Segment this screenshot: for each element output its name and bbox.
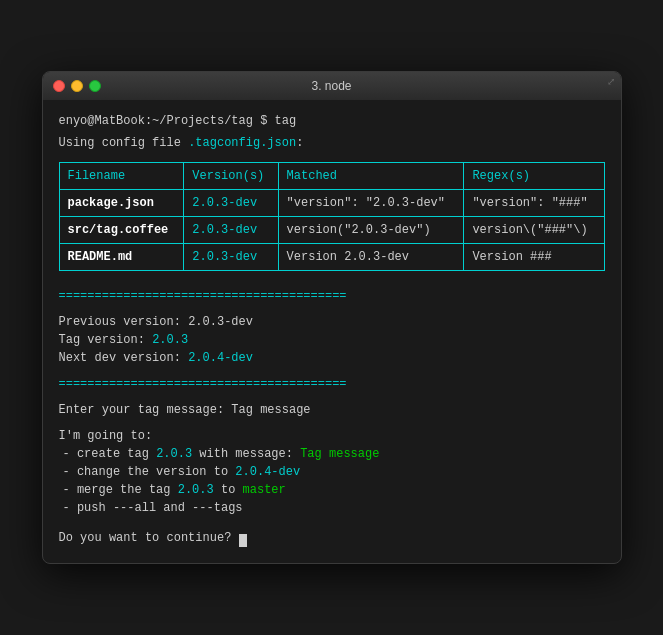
action3-prefix: - merge the tag — [63, 483, 178, 497]
config-label: Using config file — [59, 136, 189, 150]
action-4-line: - push ---all and ---tags — [63, 499, 605, 517]
cell-filename-3: README.md — [59, 244, 184, 271]
going-to-label-line: I'm going to: — [59, 427, 605, 445]
table-row: package.json 2.0.3-dev "version": "2.0.3… — [59, 190, 604, 217]
cell-version-3: 2.0.3-dev — [184, 244, 278, 271]
action-3-line: - merge the tag 2.0.3 to master — [63, 481, 605, 499]
action4-text: - push ---all and ---tags — [63, 501, 243, 515]
enter-tag-text: Enter your tag message: Tag message — [59, 403, 311, 417]
col-matched: Matched — [278, 163, 464, 190]
tag-version-label: Tag version: — [59, 333, 153, 347]
cell-matched-2: version("2.0.3-dev") — [278, 217, 464, 244]
cell-regex-3: Version ### — [464, 244, 604, 271]
action-2-line: - change the version to 2.0.4-dev — [63, 463, 605, 481]
action3-version: 2.0.3 — [178, 483, 214, 497]
table-row: README.md 2.0.3-dev Version 2.0.3-dev Ve… — [59, 244, 604, 271]
cell-version-1: 2.0.3-dev — [184, 190, 278, 217]
action1-suffix: with message: — [192, 447, 300, 461]
divider-1: ======================================== — [59, 287, 605, 305]
window-title: 3. node — [311, 79, 351, 93]
going-to-label: I'm going to: — [59, 429, 153, 443]
minimize-button[interactable] — [71, 80, 83, 92]
cell-filename-1: package.json — [59, 190, 184, 217]
action-1-line: - create tag 2.0.3 with message: Tag mes… — [63, 445, 605, 463]
action1-prefix: - create tag — [63, 447, 157, 461]
divider-2: ======================================== — [59, 375, 605, 393]
config-line: Using config file .tagconfig.json: — [59, 134, 605, 152]
cell-filename-2: src/tag.coffee — [59, 217, 184, 244]
continue-line: Do you want to continue? — [59, 529, 605, 547]
table-header-row: Filename Version(s) Matched Regex(s) — [59, 163, 604, 190]
action3-branch: master — [243, 483, 286, 497]
terminal-window: 3. node ⤢ enyo@MatBook:~/Projects/tag $ … — [42, 71, 622, 564]
next-dev-label: Next dev version: — [59, 351, 189, 365]
action1-message: Tag message — [300, 447, 379, 461]
terminal-body: enyo@MatBook:~/Projects/tag $ tag Using … — [43, 100, 621, 563]
going-to-block: I'm going to: - create tag 2.0.3 with me… — [59, 427, 605, 517]
col-filename: Filename — [59, 163, 184, 190]
version-table: Filename Version(s) Matched Regex(s) pac… — [59, 162, 605, 271]
col-versions: Version(s) — [184, 163, 278, 190]
cell-regex-1: "version": "###" — [464, 190, 604, 217]
traffic-lights — [53, 80, 101, 92]
cell-version-2: 2.0.3-dev — [184, 217, 278, 244]
action2-prefix: - change the version to — [63, 465, 236, 479]
close-button[interactable] — [53, 80, 65, 92]
prompt-text: enyo@MatBook:~/Projects/tag $ tag — [59, 114, 297, 128]
cursor — [239, 534, 247, 547]
cell-matched-3: Version 2.0.3-dev — [278, 244, 464, 271]
table-row: src/tag.coffee 2.0.3-dev version("2.0.3-… — [59, 217, 604, 244]
maximize-button[interactable] — [89, 80, 101, 92]
continue-prompt: Do you want to continue? — [59, 531, 239, 545]
action3-suffix: to — [214, 483, 243, 497]
config-colon: : — [296, 136, 303, 150]
previous-version-line: Previous version: 2.0.3-dev — [59, 313, 605, 331]
cell-matched-1: "version": "2.0.3-dev" — [278, 190, 464, 217]
prompt-line: enyo@MatBook:~/Projects/tag $ tag — [59, 112, 605, 130]
next-dev-value: 2.0.4-dev — [188, 351, 253, 365]
title-bar: 3. node ⤢ — [43, 72, 621, 100]
tag-version-line: Tag version: 2.0.3 — [59, 331, 605, 349]
tag-version-value: 2.0.3 — [152, 333, 188, 347]
previous-version-value: 2.0.3-dev — [188, 315, 253, 329]
cell-regex-2: version\("###"\) — [464, 217, 604, 244]
action2-version: 2.0.4-dev — [235, 465, 300, 479]
next-dev-line: Next dev version: 2.0.4-dev — [59, 349, 605, 367]
resize-icon: ⤢ — [607, 76, 615, 88]
version-info-block: Previous version: 2.0.3-dev Tag version:… — [59, 313, 605, 367]
col-regex: Regex(s) — [464, 163, 604, 190]
previous-version-label: Previous version: — [59, 315, 189, 329]
enter-tag-block: Enter your tag message: Tag message — [59, 401, 605, 419]
action1-version: 2.0.3 — [156, 447, 192, 461]
config-filename: .tagconfig.json — [188, 136, 296, 150]
